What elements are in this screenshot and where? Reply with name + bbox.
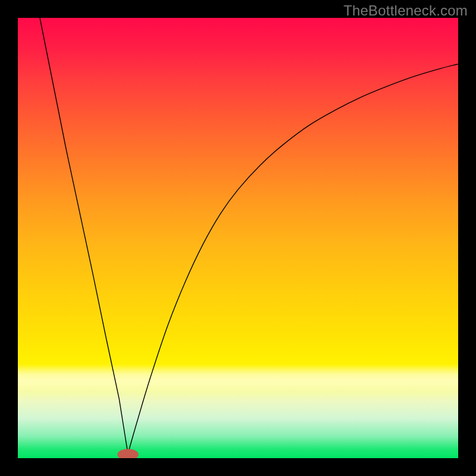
- plot-area: [18, 18, 458, 458]
- curve-svg: [18, 18, 458, 458]
- curve-left-branch: [40, 18, 128, 454]
- chart-frame: TheBottleneck.com: [0, 0, 476, 476]
- curve-right-branch: [128, 64, 458, 454]
- optimum-marker: [117, 449, 139, 458]
- watermark-text: TheBottleneck.com: [343, 2, 468, 19]
